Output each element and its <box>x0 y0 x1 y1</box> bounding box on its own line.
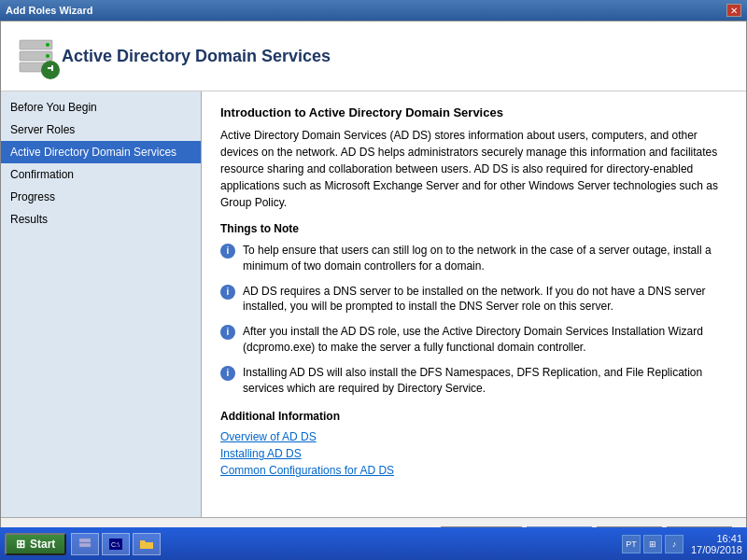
intro-title: Introduction to Active Directory Domain … <box>220 105 727 119</box>
installing-link[interactable]: Installing AD DS <box>220 447 727 460</box>
network-icon: ⊞ <box>643 535 662 553</box>
sidebar-item-ad-ds[interactable]: Active Directory Domain Services <box>1 141 201 163</box>
taskbar: ⊞ Start C:\ PT ⊞ ♪ 16:41 17/09/2018 <box>0 527 747 560</box>
taskbar-system-icons: PT ⊞ ♪ <box>622 535 684 553</box>
note-item-3: i Installing AD DS will also install the… <box>220 365 727 397</box>
wizard-header-icon <box>15 33 62 79</box>
info-icon-2: i <box>220 325 235 340</box>
things-to-note-title: Things to Note <box>220 222 727 235</box>
taskbar-right: PT ⊞ ♪ 16:41 17/09/2018 <box>622 533 742 555</box>
sidebar-item-results[interactable]: Results <box>1 208 201 231</box>
config-link[interactable]: Common Configurations for AD DS <box>220 464 727 477</box>
taskbar-time: 16:41 <box>691 533 742 544</box>
wizard-header: Active Directory Domain Services <box>1 21 746 91</box>
info-icon-3: i <box>220 366 235 381</box>
svg-point-3 <box>46 43 49 47</box>
info-icon-1: i <box>220 285 235 300</box>
start-orb: ⊞ <box>16 538 25 551</box>
svg-rect-9 <box>79 539 91 542</box>
note-item-1: i AD DS requires a DNS server to be inst… <box>220 284 727 315</box>
note-item-2: i After you install the AD DS role, use … <box>220 324 727 356</box>
svg-point-6 <box>41 61 60 79</box>
wizard-container: Active Directory Domain Services Before … <box>0 21 747 560</box>
taskbar-app-cmd[interactable]: C:\ <box>102 533 130 555</box>
additional-info-title: Additional Information <box>220 410 727 423</box>
taskbar-clock: 16:41 17/09/2018 <box>691 533 742 555</box>
taskbar-apps: C:\ <box>71 533 161 555</box>
note-text-3: Installing AD DS will also install the D… <box>243 365 727 397</box>
overview-link[interactable]: Overview of AD DS <box>220 430 727 443</box>
taskbar-app-folder[interactable] <box>133 533 161 555</box>
note-text-1: AD DS requires a DNS server to be instal… <box>243 284 727 315</box>
svg-text:C:\: C:\ <box>111 541 120 548</box>
taskbar-date: 17/09/2018 <box>691 544 742 555</box>
info-icon-0: i <box>220 244 235 259</box>
start-label: Start <box>30 538 55 551</box>
close-button[interactable]: ✕ <box>726 4 741 17</box>
sidebar-item-progress[interactable]: Progress <box>1 186 201 208</box>
intro-text: Active Directory Domain Services (AD DS)… <box>220 127 727 211</box>
svg-point-4 <box>46 54 49 58</box>
sidebar-item-server-roles[interactable]: Server Roles <box>1 119 201 141</box>
svg-rect-8 <box>51 65 53 71</box>
sidebar-item-confirmation[interactable]: Confirmation <box>1 163 201 186</box>
start-button[interactable]: ⊞ Start <box>5 533 66 555</box>
sound-icon: ♪ <box>665 535 684 553</box>
title-bar: Add Roles Wizard ✕ <box>0 0 747 21</box>
wizard-body: Before You Begin Server Roles Active Dir… <box>1 91 746 517</box>
taskbar-app-server[interactable] <box>71 533 99 555</box>
title-bar-text: Add Roles Wizard <box>6 5 92 16</box>
note-text-0: To help ensure that users can still log … <box>243 243 727 274</box>
notes-list: i To help ensure that users can still lo… <box>220 243 727 396</box>
content-area: Introduction to Active Directory Domain … <box>202 91 746 517</box>
note-text-2: After you install the AD DS role, use th… <box>243 324 727 356</box>
sidebar: Before You Begin Server Roles Active Dir… <box>1 91 202 517</box>
svg-rect-10 <box>79 543 91 547</box>
note-item-0: i To help ensure that users can still lo… <box>220 243 727 274</box>
sidebar-item-before-you-begin[interactable]: Before You Begin <box>1 96 201 119</box>
language-indicator: PT <box>622 535 641 553</box>
wizard-title: Active Directory Domain Services <box>62 47 331 66</box>
